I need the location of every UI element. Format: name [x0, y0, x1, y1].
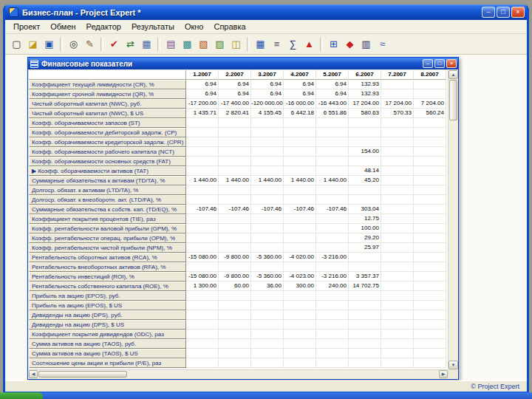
table-cell[interactable]: 6.94 [219, 80, 251, 89]
table-cell[interactable] [219, 118, 251, 128]
table-cell[interactable] [381, 320, 414, 330]
table-cell[interactable] [349, 118, 381, 128]
table-cell[interactable] [316, 262, 349, 272]
table-cell[interactable]: 6.94 [186, 89, 219, 99]
scroll-up-icon[interactable]: ▲ [449, 70, 458, 79]
operating-plan-icon[interactable]: ▨ [212, 36, 228, 52]
row-header[interactable]: Коэфф. рентабельности операц. прибыли (O… [29, 233, 186, 243]
row-header[interactable]: Суммарные обязательства к активам (TD/TA… [29, 176, 186, 185]
table-cell[interactable] [349, 253, 381, 262]
table-cell[interactable] [219, 137, 251, 147]
table-cell[interactable]: -17 200.00 [186, 99, 219, 109]
table-cell[interactable] [414, 233, 446, 243]
close-icon[interactable]: × [511, 7, 525, 18]
table-cell[interactable] [251, 195, 284, 205]
table-cell[interactable] [381, 282, 414, 291]
table-cell[interactable] [414, 320, 446, 330]
row-header[interactable]: Дивиденды на акцию (DPS), руб. [29, 310, 186, 320]
table-cell[interactable] [414, 339, 446, 349]
table-cell[interactable] [349, 128, 381, 137]
table-cell[interactable] [284, 243, 316, 253]
table-cell[interactable] [186, 358, 219, 368]
table-cell[interactable] [349, 137, 381, 147]
table-cell[interactable] [284, 166, 316, 176]
cash-flow-icon[interactable]: ≡ [269, 36, 284, 52]
table-cell[interactable]: 6 442.18 [284, 109, 316, 118]
table-cell[interactable] [414, 358, 446, 368]
table-cell[interactable]: 12.75 [349, 214, 381, 224]
table-cell[interactable]: -107.46 [186, 205, 219, 214]
table-cell[interactable] [414, 205, 446, 214]
table-cell[interactable]: 6.94 [284, 80, 316, 89]
row-header[interactable]: Коэфф. рентабельности валовой прибыли (G… [29, 224, 186, 233]
table-cell[interactable] [251, 330, 284, 339]
table-cell[interactable] [284, 339, 316, 349]
table-cell[interactable] [284, 137, 316, 147]
table-cell[interactable] [219, 349, 251, 358]
text-notes-icon[interactable]: ✎ [82, 36, 98, 52]
table-cell[interactable] [251, 166, 284, 176]
table-cell[interactable]: -107.46 [284, 205, 316, 214]
table-cell[interactable] [186, 310, 219, 320]
table-cell[interactable] [414, 185, 446, 195]
row-header[interactable]: Чистый оборотный капитал (NWC), $ US [29, 109, 186, 118]
table-cell[interactable] [381, 185, 414, 195]
vertical-scrollbar[interactable]: ▲ ▼ [448, 70, 457, 369]
table-cell[interactable]: -16 000.00 [284, 99, 316, 109]
row-header[interactable]: Суммарные обязательства к собств. кап. (… [29, 205, 186, 214]
table-cell[interactable] [316, 147, 349, 157]
table-cell[interactable] [381, 243, 414, 253]
table-cell[interactable]: -3 216.00 [316, 272, 349, 282]
row-header[interactable]: Коэфф. оборачиваемости кредиторской задо… [29, 137, 186, 147]
table-cell[interactable] [349, 262, 381, 272]
table-cell[interactable]: 1 435.71 [186, 109, 219, 118]
table-cell[interactable] [316, 128, 349, 137]
table-cell[interactable] [186, 214, 219, 224]
table-cell[interactable]: 14 702.75 [349, 282, 381, 291]
table-cell[interactable]: 2 820.41 [219, 109, 251, 118]
table-cell[interactable] [381, 262, 414, 272]
table-cell[interactable] [251, 128, 284, 137]
table-cell[interactable] [186, 195, 219, 205]
table-icon[interactable]: ⊞ [326, 36, 341, 52]
table-cell[interactable] [219, 233, 251, 243]
table-cell[interactable]: 1 440.00 [316, 176, 349, 185]
calendar-icon[interactable]: ▦ [139, 36, 154, 52]
profit-loss-icon[interactable]: ∑ [285, 36, 301, 52]
table-cell[interactable] [284, 118, 316, 128]
table-cell[interactable] [414, 157, 446, 166]
table-cell[interactable] [251, 118, 284, 128]
table-cell[interactable] [186, 233, 219, 243]
results-table-icon[interactable]: ▦ [253, 36, 268, 52]
child-maximize-icon[interactable]: □ [434, 59, 445, 68]
table-cell[interactable]: 17 204.00 [349, 99, 381, 109]
table-cell[interactable] [284, 291, 316, 301]
table-cell[interactable] [186, 166, 219, 176]
child-minimize-icon[interactable]: – [423, 59, 433, 68]
table-cell[interactable] [316, 339, 349, 349]
table-cell[interactable]: 132.93 [349, 80, 381, 89]
table-cell[interactable] [414, 301, 446, 310]
table-cell[interactable]: 1 440.00 [186, 176, 219, 185]
table-cell[interactable] [349, 291, 381, 301]
table-cell[interactable] [316, 157, 349, 166]
table-cell[interactable] [381, 128, 414, 137]
table-cell[interactable]: 6.94 [251, 89, 284, 99]
table-cell[interactable] [186, 185, 219, 195]
title-bar[interactable]: Бизнес-план - Project Expert * – □ × [5, 4, 527, 20]
table-cell[interactable] [414, 262, 446, 272]
preview-icon[interactable]: ◎ [66, 36, 81, 52]
table-cell[interactable] [219, 339, 251, 349]
table-cell[interactable] [186, 128, 219, 137]
table-cell[interactable]: 25.97 [349, 243, 381, 253]
table-cell[interactable]: -16 443.00 [316, 99, 349, 109]
table-cell[interactable] [414, 272, 446, 282]
open-folder-icon[interactable]: ◪ [25, 36, 41, 52]
table-cell[interactable] [381, 137, 414, 147]
table-cell[interactable] [219, 330, 251, 339]
menu-item-window[interactable]: Окно [180, 21, 209, 32]
table-cell[interactable] [251, 291, 284, 301]
table-cell[interactable] [284, 224, 316, 233]
table-cell[interactable]: -15 080.00 [186, 253, 219, 262]
table-cell[interactable]: 580.63 [349, 109, 381, 118]
